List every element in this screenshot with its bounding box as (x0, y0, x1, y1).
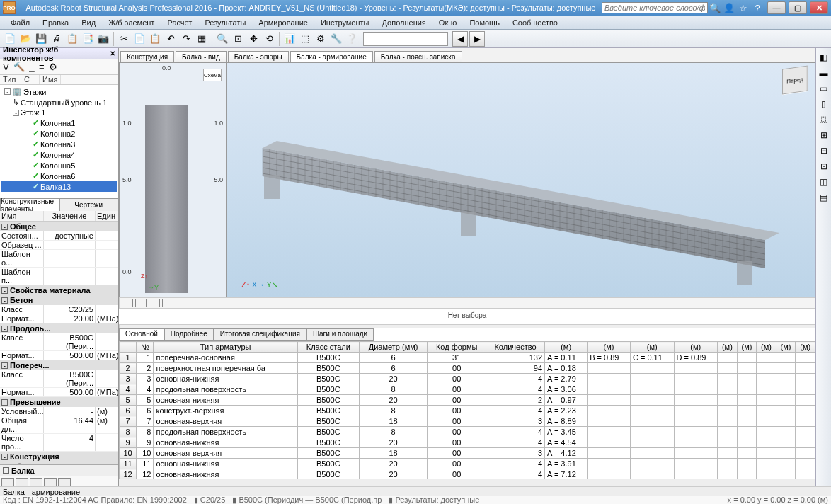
preview-icon[interactable]: 📋 (65, 32, 79, 46)
menu-help[interactable]: Помощь (463, 16, 506, 29)
tree-item[interactable]: ✓ Колонна6 (1, 171, 117, 181)
tree-item[interactable]: ✓ Колонна2 (1, 128, 117, 139)
prop-row[interactable]: Нормат...500.00(МПа) (0, 388, 118, 397)
col-header[interactable]: (м) (796, 342, 815, 353)
undo-icon[interactable]: ↶ (164, 32, 178, 46)
help-icon[interactable]: ? (752, 2, 763, 13)
prop-row[interactable]: Образец ... (0, 241, 118, 250)
view-mode-4[interactable] (162, 299, 173, 307)
prop-row[interactable]: Условный...-(м) (0, 407, 118, 416)
col-header[interactable]: (м) (757, 342, 776, 353)
dtab-summary[interactable]: Итоговая спецификация (214, 328, 306, 341)
data-grid[interactable]: №Тип арматурыКласс сталиДиаметр (мм)Код … (119, 341, 815, 479)
col-header[interactable]: Класс стали (297, 342, 359, 353)
table-row[interactable]: 88продольная поверхностьB500C8004A = 3.4… (120, 427, 815, 437)
user-icon[interactable]: 👤 (723, 2, 735, 13)
open-icon[interactable]: 📂 (18, 32, 33, 46)
tab-elements[interactable]: Конструктивные элементы (0, 198, 59, 211)
screenshot-icon[interactable]: 📷 (96, 32, 110, 46)
table-row[interactable]: 33основная-нижняяB500C20004A = 2.79 (120, 374, 815, 384)
dtab-detailed[interactable]: Подробнее (164, 328, 214, 341)
col-header[interactable]: Тип арматуры (154, 342, 297, 353)
col-header[interactable]: Диаметр (мм) (359, 342, 428, 353)
menu-view[interactable]: Вид (75, 16, 102, 29)
col-header[interactable]: Код формы (428, 342, 486, 353)
col-header[interactable]: (м) (718, 342, 738, 353)
print-icon[interactable]: 🖨 (50, 32, 64, 46)
tree-item-selected[interactable]: ✓ Балка13 (1, 181, 117, 192)
new-icon[interactable]: 📄 (3, 32, 17, 46)
table-row[interactable]: 22поверхностная поперечная баB500C60094A… (120, 363, 815, 374)
vtab-beam-diagrams[interactable]: Балка - эпюры (228, 51, 289, 62)
pan-icon[interactable]: ✥ (246, 32, 260, 46)
menu-edit[interactable]: Правка (36, 16, 75, 29)
tree-item[interactable]: ✓ Колонна3 (1, 139, 117, 149)
zoomfit-icon[interactable]: ⊡ (231, 32, 245, 46)
tree-floor[interactable]: - Этаж 1 (1, 108, 117, 118)
prop-row[interactable]: КлассB500C (Пери... (0, 333, 118, 351)
tree-item[interactable]: ✓ Колонна4 (1, 149, 117, 160)
calc-icon[interactable]: 📊 (282, 32, 297, 46)
object-tree[interactable]: -🏢 Этажи ↳ Стандартный уровень 1 - Этаж … (0, 85, 118, 198)
rebar-icon[interactable]: ⬚ (298, 32, 312, 46)
redo-icon[interactable]: ↷ (179, 32, 193, 46)
dtab-steps[interactable]: Шаги и площади (306, 328, 374, 341)
prop-row[interactable]: Нормат...20.00(МПа) (0, 314, 118, 323)
wrench-icon[interactable]: 🔧 (329, 32, 343, 46)
vtab-beam-rebar[interactable]: Балка - армирование (290, 51, 373, 62)
menu-rc-element[interactable]: Ж/б элемент (102, 16, 161, 29)
prop-group[interactable]: -Бетон (0, 295, 118, 305)
settings-icon[interactable]: ⚙ (314, 32, 328, 46)
col-header[interactable]: (м) (737, 342, 757, 353)
view-mode-2[interactable] (135, 299, 147, 307)
table-row[interactable]: 11поперечная-основнаяB500C631132A = 0.11… (120, 353, 815, 363)
layout-combo[interactable] (363, 32, 448, 46)
tree-level[interactable]: ↳ Стандартный уровень 1 (1, 97, 117, 108)
beam-icon[interactable]: ⎯ (29, 62, 35, 72)
right-tool-8[interactable]: ⊡ (818, 160, 830, 173)
menu-rebar[interactable]: Армирование (252, 16, 314, 29)
prop-row[interactable]: Нормат...500.00(МПа) (0, 351, 118, 360)
prop-row[interactable]: Шаблон о... (0, 250, 118, 268)
viewcube[interactable]: Перед (782, 65, 808, 94)
prop-group[interactable]: -Продоль... (0, 323, 118, 333)
tile-icon[interactable]: ▦ (195, 32, 209, 46)
help2-icon[interactable]: ❔ (345, 32, 359, 46)
right-tool-7[interactable]: ⊟ (818, 144, 830, 157)
view2d-badge[interactable]: Схема (203, 69, 222, 81)
menu-window[interactable]: Окно (432, 16, 464, 29)
tree-item[interactable]: ✓ Колонна5 (1, 160, 117, 171)
view-mode-1[interactable] (122, 299, 133, 307)
menu-file[interactable]: Файл (4, 16, 36, 29)
prop-row[interactable]: Число про...4 (0, 434, 118, 452)
inspector-close-icon[interactable]: ✕ (110, 50, 115, 57)
right-tool-3[interactable]: ▭ (818, 82, 830, 95)
prop-row[interactable]: КлассB500C (Пери... (0, 370, 118, 388)
col-header[interactable]: (м) (776, 342, 796, 353)
options-icon[interactable]: ⚙ (49, 62, 57, 72)
menu-calc[interactable]: Расчет (161, 16, 198, 29)
report-icon[interactable]: 📑 (81, 32, 95, 46)
vtab-beam-note[interactable]: Балка - поясн. записка (374, 51, 462, 62)
col-header[interactable] (120, 342, 137, 353)
col-header[interactable]: (м) (545, 342, 588, 353)
vtab-beam-view[interactable]: Балка - вид (176, 51, 227, 62)
prop-group[interactable]: -Общее (0, 222, 118, 231)
table-row[interactable]: 66конструкт.-верхняяB500C8004A = 2.23 (120, 406, 815, 416)
table-row[interactable]: 1212основная-нижняяB500C20004A = 7.12 (120, 469, 815, 479)
vtab-structure[interactable]: Конструкция (120, 51, 174, 62)
prop-group[interactable]: -Попереч... (0, 360, 118, 370)
prop-group[interactable]: -Конструкция (0, 452, 118, 462)
menu-community[interactable]: Сообщество (506, 16, 564, 29)
zoom-icon[interactable]: 🔍 (215, 32, 229, 46)
star-icon[interactable]: ☆ (738, 2, 749, 13)
col-header[interactable]: Количество (486, 342, 544, 353)
table-row[interactable]: 1111основная-нижняяB500C20004A = 3.91 (120, 459, 815, 469)
tab-drawings[interactable]: Чертежи (59, 198, 119, 211)
prop-row[interactable]: Состоян...доступные (0, 231, 118, 241)
next-button[interactable]: ▶ (469, 31, 485, 47)
right-tool-9[interactable]: ◫ (818, 176, 830, 188)
prop-row[interactable]: КлассC20/25 (0, 305, 118, 314)
view-3d[interactable]: Перед (227, 62, 815, 297)
help-search-input[interactable] (602, 2, 708, 13)
